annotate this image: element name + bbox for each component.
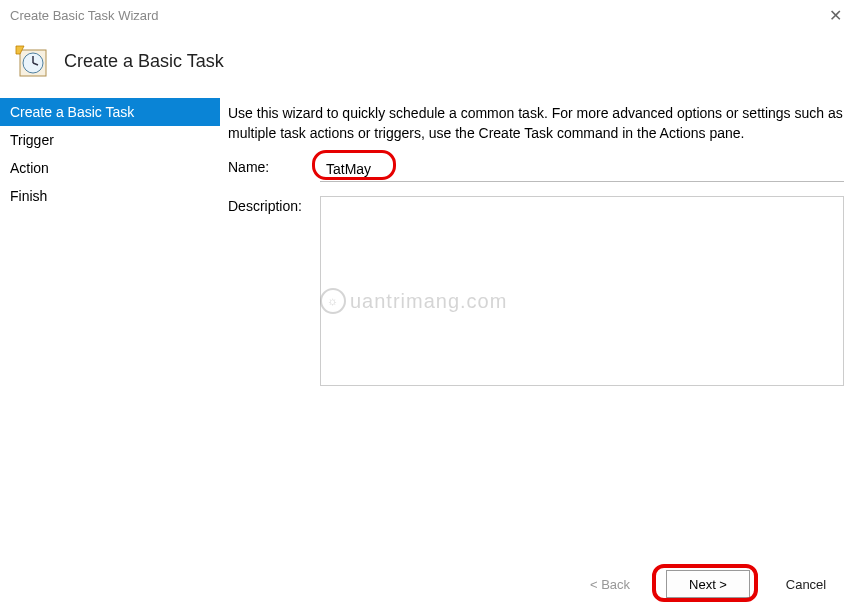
back-button: < Back [568,570,652,598]
description-row: Description: [228,196,844,386]
wizard-header: Create a Basic Task [0,30,860,98]
sidebar-item-create-basic-task[interactable]: Create a Basic Task [0,98,220,126]
cancel-button[interactable]: Cancel [764,570,848,598]
window-title: Create Basic Task Wizard [10,8,159,23]
wizard-steps-sidebar: Create a Basic Task Trigger Action Finis… [0,98,220,528]
name-input[interactable] [320,157,844,182]
description-label: Description: [228,196,320,214]
wizard-content: Use this wizard to quickly schedule a co… [220,98,860,528]
next-button[interactable]: Next > [666,570,750,598]
wizard-body: Create a Basic Task Trigger Action Finis… [0,98,860,528]
description-textarea[interactable] [320,196,844,386]
name-row: Name: [228,157,844,182]
title-bar: Create Basic Task Wizard ✕ [0,0,860,30]
wizard-footer: < Back Next > Cancel [568,570,848,598]
sidebar-item-trigger[interactable]: Trigger [0,126,220,154]
sidebar-item-action[interactable]: Action [0,154,220,182]
page-title: Create a Basic Task [64,51,224,72]
name-label: Name: [228,157,320,175]
sidebar-item-finish[interactable]: Finish [0,182,220,210]
close-icon[interactable]: ✕ [821,6,850,25]
task-scheduler-icon [14,44,48,78]
intro-text: Use this wizard to quickly schedule a co… [228,104,844,143]
